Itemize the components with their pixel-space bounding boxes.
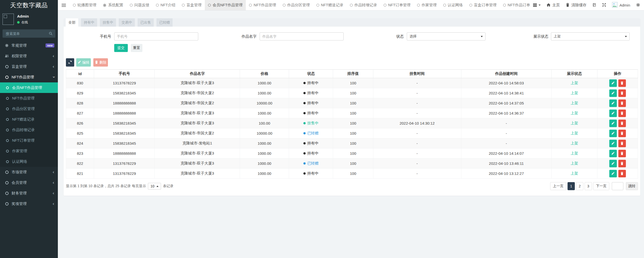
sidebar-item-NFT赠送记录[interactable]: NFT赠送记录 bbox=[0, 114, 58, 125]
table-row-829[interactable]: 82915838218345克隆城市-帝国大厦21000.00持有中100-20… bbox=[66, 88, 638, 98]
page-size-select[interactable]: 10 bbox=[148, 183, 161, 190]
nav-tab-NFT赠送记录[interactable]: NFT赠送记录 bbox=[313, 0, 347, 10]
display-status-link[interactable]: 上架 bbox=[571, 141, 578, 145]
row-edit-button[interactable] bbox=[609, 79, 617, 87]
status-select[interactable]: 选择 bbox=[407, 32, 486, 40]
sidebar-item-权限管理[interactable]: 权限管理‹ bbox=[0, 51, 58, 61]
column-header-排序值[interactable]: 排序值 bbox=[333, 70, 373, 78]
sidebar-item-财务管理[interactable]: 财务管理‹ bbox=[0, 188, 58, 198]
page-number-3[interactable]: 3 bbox=[585, 182, 592, 190]
sidebar-item-会员NFT作品管理[interactable]: 会员NFT作品管理 bbox=[0, 82, 58, 93]
column-header-价格[interactable]: 价格 bbox=[240, 70, 289, 78]
display-status-link[interactable]: 上架 bbox=[571, 101, 578, 105]
column-header-状态[interactable]: 状态 bbox=[289, 70, 333, 78]
sidebar-item-认证网络[interactable]: 认证网络 bbox=[0, 156, 58, 167]
row-edit-button[interactable] bbox=[609, 150, 617, 157]
page-next-button[interactable]: 下一页 bbox=[593, 182, 609, 190]
table-row-825[interactable]: 82515838218345克隆城市-帝国大厦210000.00已转赠100--… bbox=[66, 128, 638, 138]
page-jump-button[interactable]: 跳转 bbox=[626, 182, 638, 190]
column-header-手机号[interactable]: 手机号 bbox=[94, 70, 155, 78]
sidebar-item-常规管理[interactable]: 常规管理new bbox=[0, 40, 58, 51]
display-status-link[interactable]: 上架 bbox=[571, 121, 578, 125]
display-status-link[interactable]: 上架 bbox=[571, 81, 578, 85]
row-delete-button[interactable] bbox=[618, 160, 626, 167]
hamburger-icon[interactable] bbox=[58, 0, 70, 10]
panel-tab-交易中[interactable]: 交易中 bbox=[119, 18, 135, 27]
sidebar-item-NFT订单管理[interactable]: NFT订单管理 bbox=[0, 135, 58, 146]
tab-list-menu[interactable] bbox=[530, 0, 544, 11]
submit-button[interactable]: 提交 bbox=[114, 44, 128, 52]
panel-tab-持有中[interactable]: 持有中 bbox=[81, 18, 97, 27]
nav-tab-认证网络[interactable]: 认证网络 bbox=[440, 0, 466, 10]
row-delete-button[interactable] bbox=[618, 130, 626, 137]
row-delete-button[interactable] bbox=[618, 150, 626, 157]
language-button[interactable] bbox=[589, 0, 599, 11]
row-delete-button[interactable] bbox=[618, 110, 626, 117]
sidebar-item-作品转增记录[interactable]: 作品转增记录 bbox=[0, 125, 58, 135]
nav-tab-会员NFT作品管理[interactable]: 会员NFT作品管理 bbox=[205, 0, 246, 10]
page-number-1[interactable]: 1 bbox=[568, 182, 575, 190]
row-delete-button[interactable] bbox=[618, 140, 626, 147]
nav-tab-作品分区管理[interactable]: 作品分区管理 bbox=[279, 0, 313, 10]
display-status-link[interactable]: 上架 bbox=[571, 171, 578, 175]
column-header-挂售时间[interactable]: 挂售时间 bbox=[373, 70, 461, 78]
sidebar-item-市场管理[interactable]: 市场管理‹ bbox=[0, 167, 58, 177]
nav-tab-系统配置[interactable]: 系统配置 bbox=[100, 0, 127, 10]
phone-filter-input[interactable] bbox=[114, 32, 198, 40]
search-icon[interactable] bbox=[49, 32, 53, 35]
row-delete-button[interactable] bbox=[618, 170, 626, 177]
nav-tab-作品转增记录[interactable]: 作品转增记录 bbox=[347, 0, 380, 10]
column-header-展示状态[interactable]: 展示状态 bbox=[551, 70, 597, 78]
column-header-作品创建时间[interactable]: 作品创建时间 bbox=[461, 70, 551, 78]
display-status-link[interactable]: 上架 bbox=[571, 91, 578, 95]
table-row-826[interactable]: 82615838218345克隆城市-双子大厦3100.00挂售中1002022… bbox=[66, 118, 638, 128]
panel-tab-已出售[interactable]: 已出售 bbox=[138, 18, 154, 27]
menu-search-input[interactable] bbox=[5, 31, 49, 36]
row-edit-button[interactable] bbox=[609, 120, 617, 127]
navbar-user-menu[interactable]: Admin bbox=[609, 0, 633, 11]
row-delete-button[interactable] bbox=[618, 79, 626, 87]
sidebar-item-会员管理[interactable]: 会员管理‹ bbox=[0, 177, 58, 188]
nav-tab-盲盒订单管理[interactable]: 盲盒订单管理 bbox=[466, 0, 500, 10]
sidebar-item-盲盒管理[interactable]: 盲盒管理‹ bbox=[0, 61, 58, 72]
nav-tab-问题反馈[interactable]: 问题反馈 bbox=[127, 0, 153, 10]
row-edit-button[interactable] bbox=[609, 140, 617, 147]
settings-button[interactable] bbox=[633, 0, 643, 11]
column-header-作品名字[interactable]: 作品名字 bbox=[155, 70, 240, 78]
row-edit-button[interactable] bbox=[609, 99, 617, 107]
display-status-link[interactable]: 上架 bbox=[571, 131, 578, 135]
fullscreen-button[interactable] bbox=[599, 0, 609, 11]
display-status-link[interactable]: 上架 bbox=[571, 151, 578, 155]
sidebar-item-NFT作品管理[interactable]: NFT作品管理 bbox=[0, 93, 58, 104]
column-header-操作[interactable]: 操作 bbox=[597, 70, 638, 78]
row-edit-button[interactable] bbox=[609, 160, 617, 167]
nav-tab-NFT订单管理[interactable]: NFT订单管理 bbox=[380, 0, 414, 10]
nav-tab-作家管理[interactable]: 作家管理 bbox=[414, 0, 440, 10]
sidebar-item-NFT作品管理[interactable]: NFT作品管理‹ bbox=[0, 72, 58, 82]
panel-tab-全部[interactable]: 全部 bbox=[66, 18, 78, 27]
row-delete-button[interactable] bbox=[618, 99, 626, 107]
refresh-button[interactable] bbox=[66, 58, 74, 67]
row-edit-button[interactable] bbox=[609, 170, 617, 177]
sidebar-item-作家管理[interactable]: 作家管理 bbox=[0, 146, 58, 156]
row-edit-button[interactable] bbox=[609, 130, 617, 137]
row-delete-button[interactable] bbox=[618, 89, 626, 97]
reset-button[interactable]: 重置 bbox=[131, 44, 142, 52]
row-edit-button[interactable] bbox=[609, 110, 617, 117]
panel-tab-挂售中[interactable]: 挂售中 bbox=[100, 18, 116, 27]
table-row-824[interactable]: 82415838218345克隆城市-发电站11000.00持有中100--上架 bbox=[66, 138, 638, 148]
page-number-2[interactable]: 2 bbox=[576, 182, 583, 190]
nav-tab-NFT作品订单管理[interactable]: NFT作品订单管理 bbox=[500, 0, 530, 10]
row-delete-button[interactable] bbox=[618, 120, 626, 127]
sidebar-item-奖项管理[interactable]: 奖项管理‹ bbox=[0, 198, 58, 209]
display-status-link[interactable]: 上架 bbox=[571, 111, 578, 115]
table-row-823[interactable]: 82318888888888克隆城市-双子大厦31000.00持有中100-20… bbox=[66, 148, 638, 159]
page-prev-button[interactable]: 上一页 bbox=[550, 182, 566, 190]
display-status-link[interactable]: 上架 bbox=[571, 161, 578, 165]
nav-tab-NFT介绍[interactable]: NFT介绍 bbox=[153, 0, 179, 10]
row-edit-button[interactable] bbox=[609, 89, 617, 97]
panel-tab-已转赠[interactable]: 已转赠 bbox=[156, 18, 173, 27]
nav-tab-盲盒管理[interactable]: 盲盒管理 bbox=[179, 0, 205, 10]
table-row-822[interactable]: 82213137678229克隆城市-双子大厦31000.00已转赠100-20… bbox=[66, 159, 638, 169]
table-row-827[interactable]: 82718888888888克隆城市-双子大厦31000.00持有中100-20… bbox=[66, 108, 638, 118]
